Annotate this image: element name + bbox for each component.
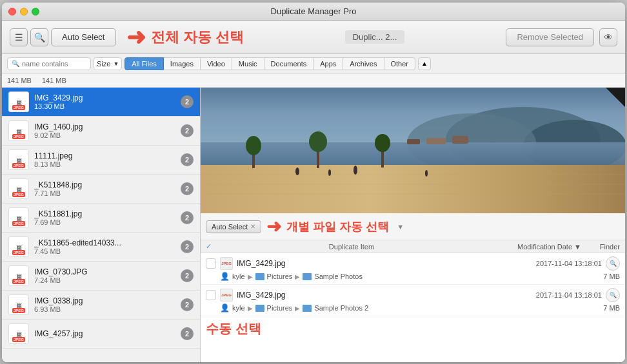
search-button[interactable]: 🔍 xyxy=(30,28,48,46)
file-info: IMG_3429.jpg 13.30 MB xyxy=(34,93,175,110)
list-item[interactable]: 🖼 JPEG IMG_1460.jpg 9.02 MB 2 xyxy=(2,117,200,146)
col-check: ✓ xyxy=(206,242,225,251)
traffic-lights xyxy=(8,8,39,15)
svg-point-13 xyxy=(246,136,261,155)
col-item-header: Duplicate Item xyxy=(225,243,478,251)
list-item[interactable]: 🖼 JPEG _K511848.jpg 7.71 MB 2 xyxy=(2,175,200,204)
filter-more-button[interactable]: ▲ xyxy=(418,57,431,70)
user-icon-small-2: 👤 xyxy=(220,303,230,312)
dup-date-2: 2017-11-04 13:18:01 xyxy=(505,291,602,299)
user-icon-small: 👤 xyxy=(220,272,230,281)
dup-finder-button-1[interactable]: 🔍 xyxy=(606,256,620,271)
toolbar-left: ☰ 🔍 Auto Select xyxy=(10,28,116,46)
size-selector[interactable]: Size ▼ xyxy=(94,57,122,70)
auto-select-small-label: Auto Select xyxy=(212,223,248,231)
file-name: IMG_0730.JPG xyxy=(34,267,175,276)
remove-selected-button[interactable]: Remove Selected xyxy=(506,28,594,46)
dup-checkbox-2[interactable] xyxy=(206,290,216,300)
file-icon: 🖼 JPEG xyxy=(8,207,29,228)
auto-select-button[interactable]: Auto Select xyxy=(51,28,116,46)
mid-korean-annotation: 개별 파일 자동 선택 xyxy=(286,219,389,235)
list-item[interactable]: 🖼 JPEG _K511881.jpg 7.69 MB 2 xyxy=(2,204,200,233)
file-icon: 🖼 JPEG xyxy=(8,294,29,315)
list-item[interactable]: 🖼 JPEG 11111.jpeg 8.13 MB 2 xyxy=(2,146,200,175)
file-icon: 🖼 JPEG xyxy=(8,265,29,286)
dup-row-top-2: JPEG IMG_3429.jpg 2017-11-04 13:18:01 🔍 xyxy=(206,288,620,302)
pictures-folder-icon-2 xyxy=(255,305,264,312)
tab-other[interactable]: Other xyxy=(384,57,416,70)
file-info: IMG_0338.jpg 6.93 MB xyxy=(34,296,175,313)
remove-label: Remove Selected xyxy=(517,32,583,42)
toolbar-center: Duplic... 2... xyxy=(249,30,501,44)
dup-rows: JPEG IMG_3429.jpg 2017-11-04 13:18:01 🔍 … xyxy=(201,253,625,362)
list-view-button[interactable]: ☰ xyxy=(10,28,28,46)
path-user-1: kyle xyxy=(232,273,245,280)
bottom-korean-annotation: 수동 선택 xyxy=(206,321,261,336)
file-info: _K511881.jpg 7.69 MB xyxy=(34,209,175,226)
col-date-header: Modification Date ▼ xyxy=(478,243,581,251)
path-arrow-icon: ▶ xyxy=(248,273,253,280)
dup-path-2: 👤 kyle ▶ Pictures ▶ Sample Photos 2 7 MB xyxy=(220,303,620,312)
stat-size2: 141 MB xyxy=(42,77,66,84)
close-button[interactable] xyxy=(8,8,16,15)
scan-label: Duplic... 2... xyxy=(345,30,405,44)
dup-count-badge: 2 xyxy=(181,124,194,137)
finder-icon: 🔍 xyxy=(610,260,617,267)
dup-row: JPEG IMG_3429.jpg 2017-11-04 13:18:01 🔍 … xyxy=(201,253,625,285)
preview-image xyxy=(201,88,625,213)
file-info: _K511848.jpg 7.71 MB xyxy=(34,180,175,197)
svg-point-17 xyxy=(375,134,390,152)
tab-images[interactable]: Images xyxy=(164,57,201,70)
file-name: IMG_1460.jpg xyxy=(34,122,175,131)
file-icon: 🖼 JPEG xyxy=(8,178,29,199)
tab-documents[interactable]: Documents xyxy=(264,57,314,70)
window-title: Duplicate Manager Pro xyxy=(271,6,357,16)
tab-music[interactable]: Music xyxy=(232,57,264,70)
dup-path-1: 👤 kyle ▶ Pictures ▶ Sample Photos 7 MB xyxy=(220,272,620,281)
file-info: _K511865-edited14033... 7.45 MB xyxy=(34,238,175,255)
tab-archives[interactable]: Archives xyxy=(343,57,384,70)
app-window: Duplicate Manager Pro ☰ 🔍 Auto Select ➜ … xyxy=(2,3,625,362)
tab-video[interactable]: Video xyxy=(201,57,232,70)
bottom-annotation-area: 수동 선택 xyxy=(201,316,625,341)
path-arrow-icon4: ▶ xyxy=(295,305,300,312)
dup-filename-2: IMG_3429.jpg xyxy=(237,291,501,300)
mid-arrow-icon: ➜ xyxy=(266,216,281,237)
file-list: 🖼 JPEG IMG_3429.jpg 13.30 MB 2 🖼 JPEG IM… xyxy=(2,88,201,362)
harbor-svg xyxy=(201,88,625,213)
sample-folder-icon xyxy=(303,273,312,280)
dup-checkbox-1[interactable] xyxy=(206,258,216,269)
list-item[interactable]: 🖼 JPEG IMG_0338.jpg 6.93 MB 2 xyxy=(2,291,200,320)
filter-bar: 🔍 Size ▼ All Files Images Video Music Do… xyxy=(2,54,625,73)
search-input[interactable] xyxy=(22,60,86,68)
minimize-button[interactable] xyxy=(20,8,28,15)
magnify-icon: 🔍 xyxy=(34,32,45,43)
svg-point-19 xyxy=(328,169,331,176)
sample2-folder-icon xyxy=(303,305,312,312)
dup-finder-button-2[interactable]: 🔍 xyxy=(606,288,620,302)
dup-size-1: 7 MB xyxy=(523,273,620,280)
title-bar: Duplicate Manager Pro xyxy=(2,3,625,21)
dup-file-icon-2: JPEG xyxy=(220,289,233,302)
dup-count-badge: 2 xyxy=(181,153,194,166)
dup-row: JPEG IMG_3429.jpg 2017-11-04 13:18:01 🔍 … xyxy=(201,285,625,316)
x-icon: ✕ xyxy=(250,223,255,230)
tab-apps[interactable]: Apps xyxy=(314,57,343,70)
chevron-icon: ▼ xyxy=(113,61,119,67)
svg-rect-6 xyxy=(452,136,468,144)
path-folder2-2: Sample Photos 2 xyxy=(314,304,368,312)
size-label: Size xyxy=(97,60,110,68)
list-item[interactable]: 🖼 JPEG IMG_4257.jpg 2 xyxy=(2,320,200,349)
path-user-2: kyle xyxy=(232,304,245,312)
maximize-button[interactable] xyxy=(32,8,39,15)
eye-button[interactable]: 👁 xyxy=(599,28,617,46)
file-info: IMG_1460.jpg 9.02 MB xyxy=(34,122,175,139)
file-icon: 🖼 JPEG xyxy=(8,120,29,141)
tab-all-files[interactable]: All Files xyxy=(124,57,164,70)
search-box[interactable]: 🔍 xyxy=(7,57,91,70)
list-item[interactable]: 🖼 JPEG IMG_3429.jpg 13.30 MB 2 xyxy=(2,88,200,117)
file-name: IMG_3429.jpg xyxy=(34,93,175,102)
list-item[interactable]: 🖼 JPEG IMG_0730.JPG 7.24 MB 2 xyxy=(2,262,200,291)
auto-select-small-button[interactable]: Auto Select ✕ xyxy=(206,220,261,233)
list-item[interactable]: 🖼 JPEG _K511865-edited14033... 7.45 MB 2 xyxy=(2,233,200,262)
